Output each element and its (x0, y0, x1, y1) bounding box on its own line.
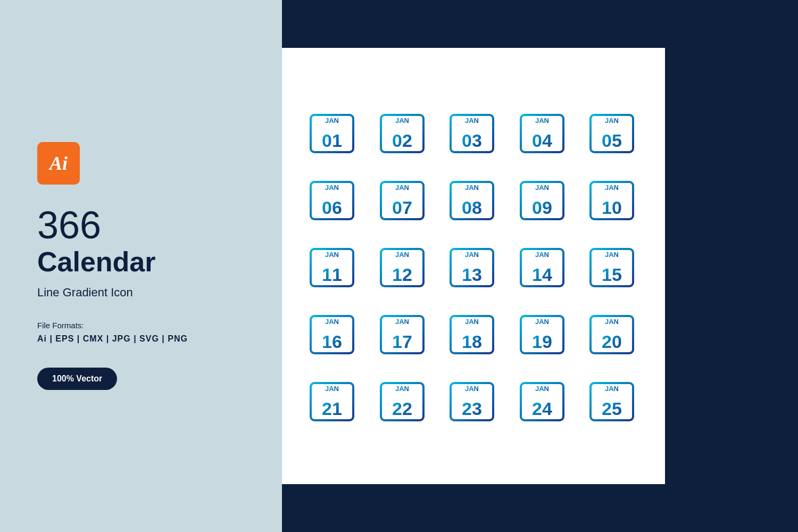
svg-text:JAN: JAN (605, 117, 619, 124)
calendar-icon: JAN 15 (583, 237, 641, 295)
calendar-icon: JAN 03 (443, 103, 501, 161)
calendar-icon: JAN 06 (303, 170, 361, 228)
svg-text:11: 11 (322, 264, 342, 285)
calendar-icon: JAN 08 (443, 170, 501, 228)
svg-text:JAN: JAN (605, 318, 619, 326)
file-formats: Ai | EPS | CMX | JPG | SVG | PNG (37, 334, 245, 344)
svg-text:JAN: JAN (535, 318, 549, 326)
svg-text:JAN: JAN (465, 251, 479, 259)
calendar-icon: JAN 17 (373, 304, 431, 362)
calendar-icon: JAN 25 (583, 371, 641, 429)
svg-text:17: 17 (392, 331, 412, 352)
svg-text:07: 07 (392, 197, 412, 218)
svg-text:24: 24 (532, 398, 552, 419)
white-panel: JAN 01 JAN 02 (282, 48, 665, 484)
svg-text:JAN: JAN (325, 385, 339, 393)
file-formats-label: File Formats: (37, 321, 245, 330)
calendar-icon: JAN 21 (303, 371, 361, 429)
svg-text:JAN: JAN (465, 117, 479, 124)
calendar-icon: JAN 22 (373, 371, 431, 429)
calendar-icon: JAN 23 (443, 371, 501, 429)
svg-text:05: 05 (602, 130, 622, 151)
calendar-icon: JAN 04 (513, 103, 571, 161)
svg-text:JAN: JAN (395, 184, 409, 192)
calendar-icon: JAN 07 (373, 170, 431, 228)
calendar-icon: JAN 05 (583, 103, 641, 161)
svg-text:04: 04 (532, 130, 552, 151)
ai-icon: Ai (37, 142, 80, 185)
svg-text:02: 02 (392, 130, 412, 151)
icons-grid: JAN 01 JAN 02 (303, 103, 644, 429)
svg-text:06: 06 (322, 197, 342, 218)
calendar-icon: JAN 09 (513, 170, 571, 228)
product-name: Calendar (37, 247, 245, 277)
svg-text:JAN: JAN (325, 251, 339, 259)
svg-text:JAN: JAN (325, 117, 339, 124)
calendar-icon: JAN 13 (443, 237, 501, 295)
svg-text:23: 23 (462, 398, 482, 419)
svg-text:JAN: JAN (465, 385, 479, 393)
calendar-icon: JAN 10 (583, 170, 641, 228)
svg-text:18: 18 (462, 331, 482, 352)
svg-text:19: 19 (532, 331, 552, 352)
svg-text:JAN: JAN (535, 117, 549, 124)
svg-text:20: 20 (602, 331, 622, 352)
svg-text:01: 01 (322, 130, 342, 151)
calendar-icon: JAN 01 (303, 103, 361, 161)
svg-text:JAN: JAN (535, 184, 549, 192)
calendar-icon: JAN 12 (373, 237, 431, 295)
svg-text:08: 08 (462, 197, 482, 218)
svg-text:12: 12 (392, 264, 412, 285)
product-subtitle: Line Gradient Icon (37, 286, 245, 300)
svg-text:JAN: JAN (395, 318, 409, 326)
left-panel: Ai 366 Calendar Line Gradient Icon File … (0, 0, 282, 532)
calendar-icon: JAN 16 (303, 304, 361, 362)
calendar-icon: JAN 19 (513, 304, 571, 362)
calendar-icon: JAN 20 (583, 304, 641, 362)
svg-text:16: 16 (322, 331, 342, 352)
svg-text:22: 22 (392, 398, 412, 419)
calendar-icon: JAN 11 (303, 237, 361, 295)
product-number: 366 (37, 206, 245, 244)
calendar-icon: JAN 24 (513, 371, 571, 429)
svg-text:JAN: JAN (605, 385, 619, 393)
calendar-icon: JAN 14 (513, 237, 571, 295)
calendar-icon: JAN 18 (443, 304, 501, 362)
svg-text:21: 21 (322, 398, 342, 419)
ai-icon-text: Ai (49, 152, 68, 174)
svg-text:JAN: JAN (325, 318, 339, 326)
svg-text:03: 03 (462, 130, 482, 151)
svg-text:JAN: JAN (605, 251, 619, 259)
svg-text:JAN: JAN (535, 385, 549, 393)
calendar-icon: JAN 02 (373, 103, 431, 161)
svg-text:14: 14 (532, 264, 552, 285)
svg-text:15: 15 (602, 264, 622, 285)
svg-text:JAN: JAN (395, 251, 409, 259)
svg-text:09: 09 (532, 197, 552, 218)
svg-text:10: 10 (602, 197, 622, 218)
svg-text:JAN: JAN (395, 385, 409, 393)
vector-badge: 100% Vector (37, 368, 117, 390)
svg-text:13: 13 (462, 264, 482, 285)
svg-text:JAN: JAN (465, 184, 479, 192)
svg-text:JAN: JAN (395, 117, 409, 124)
svg-text:25: 25 (602, 398, 622, 419)
svg-text:JAN: JAN (605, 184, 619, 192)
svg-text:JAN: JAN (535, 251, 549, 259)
svg-text:JAN: JAN (325, 184, 339, 192)
svg-text:JAN: JAN (465, 318, 479, 326)
